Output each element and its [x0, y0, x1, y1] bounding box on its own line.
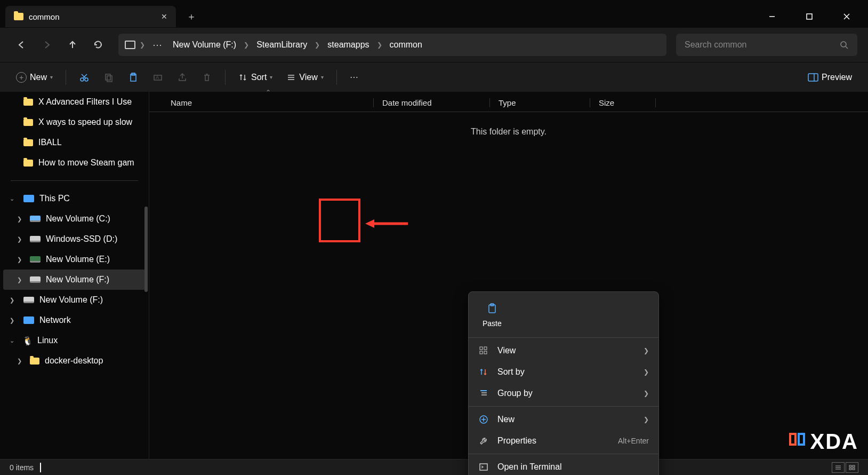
ctx-properties[interactable]: PropertiesAlt+Enter: [469, 430, 658, 452]
preview-icon: [808, 73, 818, 82]
more-button[interactable]: ⋯: [344, 67, 364, 88]
sidebar-linux[interactable]: ⌄🐧Linux: [0, 330, 149, 351]
sidebar-drive-c[interactable]: ❯New Volume (C:): [0, 209, 149, 229]
chevron-right-icon: ❯: [644, 347, 649, 354]
ctx-new[interactable]: New❯: [469, 409, 658, 430]
sort-icon: [478, 367, 489, 377]
sidebar-quick-2[interactable]: IBALL: [0, 132, 149, 153]
chevron-right-icon[interactable]: ❯: [17, 236, 22, 243]
chevron-right-icon: ❯: [644, 416, 649, 423]
sidebar-quick-1[interactable]: X ways to speed up slow: [0, 112, 149, 132]
pc-icon: [125, 41, 135, 49]
preview-toggle[interactable]: Preview: [802, 67, 857, 88]
refresh-button[interactable]: [87, 34, 109, 56]
back-button[interactable]: [11, 34, 32, 56]
folder-icon: [23, 139, 33, 146]
col-name[interactable]: Name: [149, 98, 373, 107]
close-button[interactable]: [836, 9, 857, 25]
cut-button[interactable]: [74, 67, 95, 88]
content-area[interactable]: ⌃ Name Date modified Type Size This fold…: [149, 92, 868, 459]
chevron-right-icon: ❯: [644, 368, 649, 376]
network-icon: [23, 316, 34, 324]
address-bar[interactable]: ❯ ⋯ New Volume (F:) ❯ SteamLibrary ❯ ste…: [118, 34, 666, 56]
drive-icon: [30, 256, 41, 263]
col-type[interactable]: Type: [489, 98, 590, 107]
crumb-steamapps[interactable]: steamapps: [324, 38, 372, 52]
rename-icon: A: [152, 72, 163, 83]
drive-icon: [30, 276, 41, 283]
crumb-steamlibrary[interactable]: SteamLibrary: [253, 38, 310, 52]
minimize-button[interactable]: [761, 9, 783, 25]
separator: [336, 70, 337, 85]
chevron-right-icon[interactable]: ❯: [17, 256, 22, 263]
up-button[interactable]: [62, 34, 83, 56]
close-tab-icon[interactable]: ✕: [161, 12, 167, 21]
search-box[interactable]: Search common: [676, 34, 857, 56]
new-tab-button[interactable]: ＋: [187, 10, 196, 23]
svg-rect-11: [107, 76, 112, 82]
tab-common[interactable]: common ✕: [5, 6, 176, 27]
window-controls: [761, 9, 857, 25]
col-size[interactable]: Size: [590, 98, 656, 107]
ctx-group-by[interactable]: Group by❯: [469, 383, 658, 404]
view-button[interactable]: View ▾: [281, 67, 328, 88]
paste-button[interactable]: [123, 67, 144, 88]
drive-icon: [30, 216, 41, 222]
maximize-button[interactable]: [799, 9, 820, 25]
svg-rect-41: [853, 465, 855, 467]
sidebar-quick-0[interactable]: X Advanced Filters I Use: [0, 92, 149, 112]
svg-rect-24: [484, 347, 487, 350]
chevron-right-icon[interactable]: ❯: [140, 41, 145, 49]
ctx-open-terminal[interactable]: Open in Terminal: [469, 456, 658, 475]
chevron-right-icon[interactable]: ❯: [17, 276, 22, 283]
copy-button: [98, 67, 119, 88]
svg-rect-40: [849, 465, 851, 467]
chevron-right-icon: ❯: [244, 41, 249, 49]
breadcrumb-overflow[interactable]: ⋯: [149, 39, 165, 51]
svg-rect-42: [849, 468, 851, 470]
sidebar-network[interactable]: ❯Network: [0, 310, 149, 330]
col-date[interactable]: Date modified: [373, 98, 489, 107]
paste-icon: [486, 303, 498, 317]
sidebar-drive-f[interactable]: ❯New Volume (F:): [3, 270, 146, 290]
sort-icon: [238, 73, 248, 82]
watermark: XDA: [788, 430, 858, 454]
ctx-sort-by[interactable]: Sort by❯: [469, 361, 658, 383]
chevron-down-icon[interactable]: ⌄: [10, 337, 14, 344]
sidebar-drive-f-extra[interactable]: ❯New Volume (F:): [0, 290, 149, 310]
sidebar-quick-3[interactable]: How to move Steam gam: [0, 153, 149, 173]
sidebar-docker[interactable]: ❯docker-desktop: [0, 351, 149, 371]
details-view-button[interactable]: [832, 462, 845, 473]
crumb-volume[interactable]: New Volume (F:): [170, 38, 239, 52]
chevron-right-icon: ❯: [377, 41, 382, 49]
new-button[interactable]: + New ▾: [11, 67, 58, 88]
svg-rect-26: [484, 351, 487, 354]
chevron-down-icon[interactable]: ⌄: [10, 195, 14, 202]
sidebar-this-pc[interactable]: ⌄This PC: [0, 188, 149, 209]
chevron-right-icon[interactable]: ❯: [17, 216, 22, 223]
group-icon: [478, 388, 489, 399]
thumbnails-view-button[interactable]: [846, 462, 858, 473]
chevron-right-icon[interactable]: ❯: [10, 317, 14, 324]
sort-button[interactable]: Sort ▾: [233, 67, 278, 88]
scrollbar-thumb[interactable]: [144, 207, 148, 292]
view-icon: [286, 73, 296, 82]
share-icon: [177, 72, 188, 83]
ctx-view[interactable]: View❯: [469, 340, 658, 361]
view-mode-toggle: [832, 462, 858, 473]
crumb-common[interactable]: common: [387, 38, 425, 52]
folder-icon: [30, 358, 39, 365]
search-placeholder: Search common: [685, 40, 839, 50]
chevron-right-icon[interactable]: ❯: [10, 297, 14, 304]
shortcut-label: Alt+Enter: [618, 437, 649, 445]
tux-icon: 🐧: [23, 336, 32, 345]
chevron-right-icon[interactable]: ❯: [17, 358, 22, 365]
svg-rect-23: [480, 347, 483, 350]
tab-label: common: [29, 12, 156, 21]
sidebar-drive-e[interactable]: ❯New Volume (E:): [0, 249, 149, 270]
separator: [66, 70, 66, 85]
sidebar-drive-d[interactable]: ❯Windows-SSD (D:): [0, 229, 149, 249]
ctx-paste[interactable]: Paste: [477, 299, 507, 331]
folder-icon: [14, 13, 23, 20]
sidebar: X Advanced Filters I Use X ways to speed…: [0, 92, 149, 459]
